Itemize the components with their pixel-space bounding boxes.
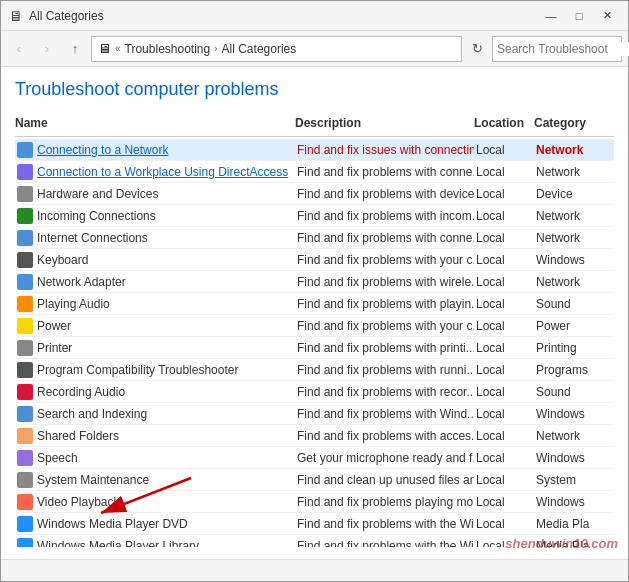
row-name: Keyboard [37, 253, 88, 267]
table-row[interactable]: Program Compatibility Troubleshooter Fin… [15, 359, 614, 381]
cell-category: Network [534, 142, 614, 158]
search-input[interactable] [493, 42, 629, 56]
cell-name: Windows Media Player Library [15, 537, 295, 548]
cell-location: Local [474, 494, 534, 510]
cell-category: Sound [534, 384, 614, 400]
cell-name: Power [15, 317, 295, 335]
address-path-all-categories: All Categories [222, 42, 297, 56]
cell-category: Network [534, 428, 614, 444]
cell-category: Sound [534, 296, 614, 312]
cell-location: Local [474, 450, 534, 466]
address-bar[interactable]: 🖥 « Troubleshooting › All Categories [91, 36, 462, 62]
table-body: Connecting to a Network Find and fix iss… [15, 139, 614, 547]
row-name: Printer [37, 341, 72, 355]
table-row[interactable]: Speech Get your microphone ready and f..… [15, 447, 614, 469]
cell-location: Local [474, 472, 534, 488]
table-row[interactable]: Video Playback Find and fix problems pla… [15, 491, 614, 513]
address-path-troubleshooting: Troubleshooting [125, 42, 211, 56]
cell-location: Local [474, 252, 534, 268]
cell-location: Local [474, 428, 534, 444]
table-row[interactable]: Incoming Connections Find and fix proble… [15, 205, 614, 227]
cell-location: Local [474, 406, 534, 422]
table-row[interactable]: Network Adapter Find and fix problems wi… [15, 271, 614, 293]
cell-description: Find and fix problems with the Wi... [295, 538, 474, 548]
row-name: Speech [37, 451, 78, 465]
status-bar [1, 559, 628, 581]
row-name: Internet Connections [37, 231, 148, 245]
table-row[interactable]: Power Find and fix problems with your c.… [15, 315, 614, 337]
cell-location: Local [474, 230, 534, 246]
forward-button[interactable]: › [35, 37, 59, 61]
cell-location: Local [474, 164, 534, 180]
cell-category: Windows [534, 406, 614, 422]
row-icon [17, 494, 33, 510]
cell-location: Local [474, 274, 534, 290]
nav-bar: ‹ › ↑ 🖥 « Troubleshooting › All Categori… [1, 31, 628, 67]
cell-description: Get your microphone ready and f... [295, 450, 474, 466]
row-icon [17, 362, 33, 378]
row-icon [17, 384, 33, 400]
title-bar-left: 🖥 All Categories [9, 8, 104, 24]
table-row[interactable]: Windows Media Player Library Find and fi… [15, 535, 614, 547]
page-title: Troubleshoot computer problems [15, 79, 614, 100]
row-icon [17, 296, 33, 312]
cell-name[interactable]: Connecting to a Network [15, 141, 295, 159]
row-name: Video Playback [37, 495, 120, 509]
cell-description: Find and fix problems with playin... [295, 296, 474, 312]
table-row[interactable]: Connection to a Workplace Using DirectAc… [15, 161, 614, 183]
table-row[interactable]: Playing Audio Find and fix problems with… [15, 293, 614, 315]
maximize-button[interactable]: □ [566, 6, 592, 26]
cell-name: Video Playback [15, 493, 295, 511]
cell-name: Hardware and Devices [15, 185, 295, 203]
table-row[interactable]: Keyboard Find and fix problems with your… [15, 249, 614, 271]
refresh-button[interactable]: ↻ [466, 38, 488, 60]
cell-category: Network [534, 274, 614, 290]
cell-description: Find and fix problems with wirele... [295, 274, 474, 290]
table-row[interactable]: Connecting to a Network Find and fix iss… [15, 139, 614, 161]
cell-description: Find and fix problems with incom... [295, 208, 474, 224]
cell-location: Local [474, 142, 534, 158]
address-icon: 🖥 [98, 41, 111, 56]
cell-location: Local [474, 318, 534, 334]
cell-name: Connection to a Workplace Using DirectAc… [15, 163, 295, 181]
table-row[interactable]: Windows Media Player DVD Find and fix pr… [15, 513, 614, 535]
col-header-location: Location [474, 114, 534, 132]
cell-location: Local [474, 538, 534, 548]
back-button[interactable]: ‹ [7, 37, 31, 61]
table-row[interactable]: System Maintenance Find and clean up unu… [15, 469, 614, 491]
row-name: Playing Audio [37, 297, 110, 311]
cell-name: Internet Connections [15, 229, 295, 247]
cell-description: Find and clean up unused files an... [295, 472, 474, 488]
cell-location: Local [474, 208, 534, 224]
table-row[interactable]: Shared Folders Find and fix problems wit… [15, 425, 614, 447]
minimize-button[interactable]: — [538, 6, 564, 26]
cell-name: Recording Audio [15, 383, 295, 401]
row-name: Windows Media Player DVD [37, 517, 188, 531]
table-row[interactable]: Hardware and Devices Find and fix proble… [15, 183, 614, 205]
close-button[interactable]: ✕ [594, 6, 620, 26]
row-name: Search and Indexing [37, 407, 147, 421]
up-button[interactable]: ↑ [63, 37, 87, 61]
cell-category: Windows [534, 252, 614, 268]
row-icon [17, 450, 33, 466]
table-row[interactable]: Internet Connections Find and fix proble… [15, 227, 614, 249]
search-box: 🔍 [492, 36, 622, 62]
title-bar: 🖥 All Categories — □ ✕ [1, 1, 628, 31]
cell-name: Program Compatibility Troubleshooter [15, 361, 295, 379]
cell-name: Shared Folders [15, 427, 295, 445]
table-row[interactable]: Recording Audio Find and fix problems wi… [15, 381, 614, 403]
row-icon [17, 208, 33, 224]
row-icon [17, 340, 33, 356]
cell-description: Find and fix problems with recor... [295, 384, 474, 400]
row-icon [17, 318, 33, 334]
table-row[interactable]: Printer Find and fix problems with print… [15, 337, 614, 359]
row-icon [17, 472, 33, 488]
row-name[interactable]: Connecting to a Network [37, 143, 168, 157]
row-icon [17, 516, 33, 532]
cell-description: Find and fix problems with device... [295, 186, 474, 202]
row-name: Shared Folders [37, 429, 119, 443]
cell-description: Find and fix problems with the Wi... [295, 516, 474, 532]
col-header-category: Category [534, 114, 614, 132]
table-row[interactable]: Search and Indexing Find and fix problem… [15, 403, 614, 425]
cell-name: Speech [15, 449, 295, 467]
